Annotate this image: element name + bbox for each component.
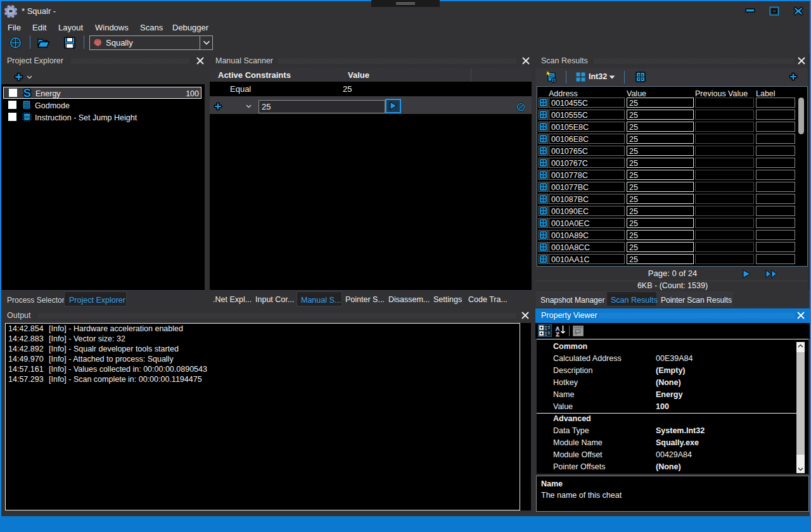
- svg-text:A: A: [556, 326, 560, 332]
- svg-text:CPU: CPU: [24, 116, 30, 119]
- svg-text:Z: Z: [556, 331, 559, 337]
- svg-text:S: S: [23, 88, 31, 98]
